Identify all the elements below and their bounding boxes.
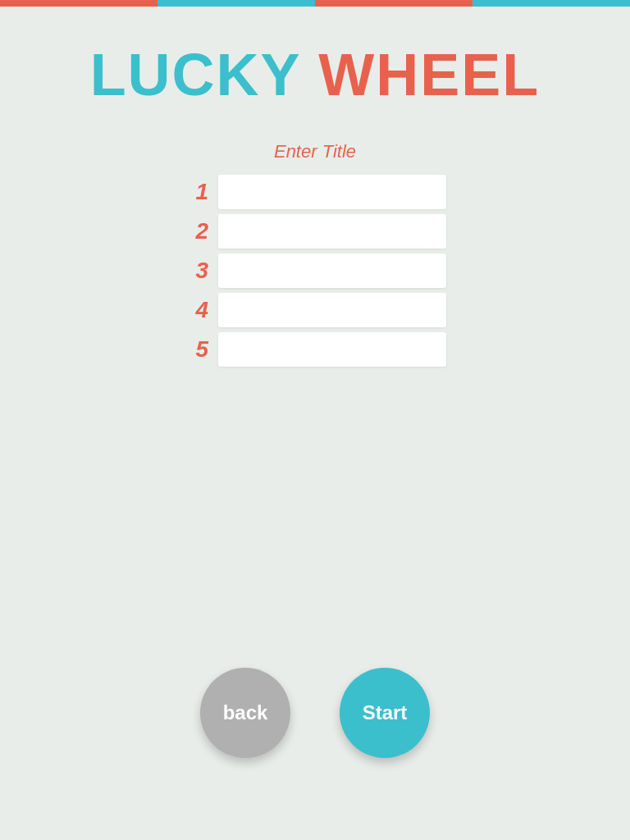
entry-row-3: 3: [184, 253, 446, 288]
entries-container: 1 2 3 4 5: [184, 175, 446, 367]
top-bar-teal-2: [472, 0, 630, 7]
top-bar-red-1: [0, 0, 158, 7]
enter-title-label: Enter Title: [274, 141, 356, 162]
entry-input-5[interactable]: [218, 332, 446, 367]
buttons-container: back Start: [200, 668, 430, 758]
entry-number-4: 4: [184, 297, 208, 323]
entry-input-2[interactable]: [218, 214, 446, 249]
form-section: Enter Title 1 2 3 4 5: [0, 141, 630, 367]
entry-number-3: 3: [184, 258, 208, 284]
title-wheel: WHEEL: [318, 42, 540, 107]
entry-input-3[interactable]: [218, 253, 446, 288]
title-lucky: LUCKY: [90, 42, 301, 107]
top-bar-teal-1: [158, 0, 315, 7]
top-bar-red-2: [315, 0, 472, 7]
entry-row-1: 1: [184, 175, 446, 209]
main-container: LUCKY WHEEL Enter Title 1 2 3 4: [0, 0, 630, 367]
app-title: LUCKY WHEEL: [90, 41, 541, 108]
entry-row-5: 5: [184, 332, 446, 367]
entry-input-1[interactable]: [218, 175, 446, 209]
entry-input-4[interactable]: [218, 293, 446, 327]
entry-number-2: 2: [184, 218, 208, 244]
entry-number-1: 1: [184, 179, 208, 205]
top-bar: [0, 0, 630, 7]
start-button[interactable]: Start: [340, 668, 430, 758]
back-button[interactable]: back: [200, 668, 290, 758]
entry-row-2: 2: [184, 214, 446, 249]
entry-number-5: 5: [184, 336, 208, 363]
entry-row-4: 4: [184, 293, 446, 327]
